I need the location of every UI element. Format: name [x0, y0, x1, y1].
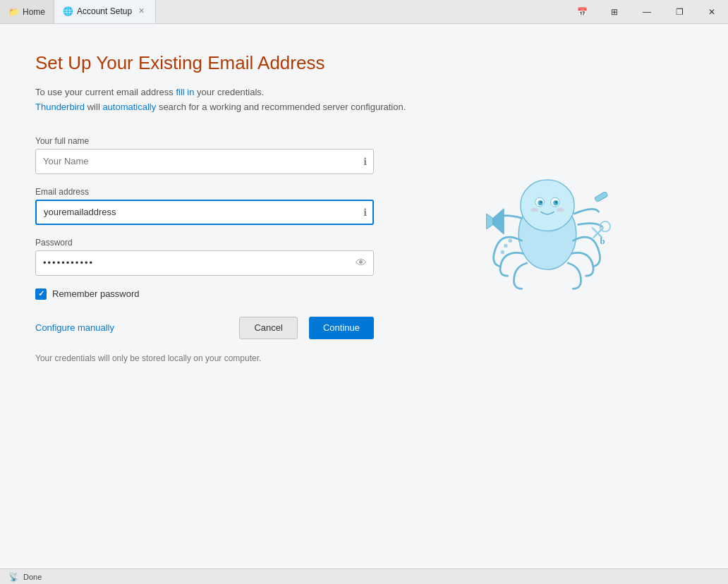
check-mark-icon: ✓ — [38, 289, 44, 298]
remember-password-label: Remember password — [52, 288, 140, 299]
page-title: Set Up Your Existing Email Address — [35, 52, 693, 74]
svg-point-16 — [530, 207, 538, 211]
email-input-wrapper: ℹ — [35, 200, 374, 225]
grid-btn[interactable]: ⊞ — [598, 0, 631, 24]
svg-text:b: b — [600, 236, 605, 245]
window-controls: 📅 ⊞ — ❐ ✕ — [566, 0, 728, 23]
main-content: Set Up Your Existing Email Address To us… — [0, 24, 728, 568]
email-input[interactable] — [35, 200, 374, 225]
tab-account-setup[interactable]: 🌐 Account Setup ✕ — [54, 0, 156, 23]
password-input-wrapper: 👁 — [35, 250, 374, 276]
octopus-illustration: b — [477, 157, 618, 298]
status-icon: 📡 — [8, 572, 19, 582]
desc-link1: fill in — [176, 87, 194, 97]
name-info-icon[interactable]: ℹ — [363, 156, 367, 167]
desc-link2: will — [85, 102, 102, 112]
desc-part2: your credentials. — [194, 87, 264, 97]
buttons-row: Configure manually Cancel Continue — [35, 317, 374, 339]
tab-home[interactable]: 📁 Home — [0, 0, 54, 23]
continue-button[interactable]: Continue — [309, 317, 374, 339]
password-field-group: Password 👁 — [35, 238, 374, 276]
svg-rect-10 — [595, 191, 608, 202]
status-text: Done — [23, 573, 42, 581]
email-info-icon[interactable]: ℹ — [363, 207, 367, 218]
configure-manually-link[interactable]: Configure manually — [35, 322, 228, 333]
tab-account-setup-label: Account Setup — [77, 6, 132, 16]
description: To use your current email address fill i… — [35, 85, 459, 115]
svg-point-13 — [509, 238, 512, 242]
remember-password-checkbox[interactable]: ✓ — [35, 288, 47, 300]
credentials-note: Your credentials will only be stored loc… — [35, 353, 374, 363]
desc-part4: search for a working and recommended ser… — [156, 102, 406, 112]
name-input[interactable] — [35, 149, 374, 174]
svg-marker-9 — [493, 208, 504, 233]
close-button[interactable]: ✕ — [696, 0, 728, 24]
title-bar: 📁 Home 🌐 Account Setup ✕ 📅 ⊞ — ❐ ✕ — [0, 0, 728, 24]
desc-link-thunderbird: Thunderbird — [35, 102, 85, 112]
svg-point-14 — [504, 243, 507, 247]
desc-link3: automatically — [102, 102, 156, 112]
svg-point-17 — [557, 207, 564, 211]
home-tab-icon: 📁 — [8, 7, 18, 17]
svg-point-15 — [501, 250, 504, 253]
name-field-group: Your full name ℹ — [35, 136, 374, 174]
password-label: Password — [35, 238, 374, 248]
name-label: Your full name — [35, 136, 374, 146]
calendar-btn[interactable]: 📅 — [566, 0, 598, 24]
cancel-button[interactable]: Cancel — [239, 317, 297, 339]
password-toggle-icon[interactable]: 👁 — [356, 257, 367, 269]
tab-home-label: Home — [23, 7, 45, 17]
svg-point-6 — [540, 200, 542, 203]
minimize-button[interactable]: — — [631, 0, 663, 24]
svg-marker-8 — [487, 214, 493, 229]
name-input-wrapper: ℹ — [35, 149, 374, 174]
tab-close-button[interactable]: ✕ — [136, 6, 147, 16]
form-area: Your full name ℹ Email address ℹ Passwor… — [35, 136, 693, 554]
desc-part1: To use your current email address — [35, 87, 176, 97]
svg-point-7 — [555, 200, 558, 203]
email-label: Email address — [35, 187, 374, 197]
remember-password-row: ✓ Remember password — [35, 288, 374, 300]
password-input[interactable] — [35, 250, 374, 276]
illustration-area: b — [402, 136, 693, 554]
email-field-group: Email address ℹ — [35, 187, 374, 225]
account-setup-tab-icon: 🌐 — [63, 6, 73, 16]
status-bar: 📡 Done — [0, 568, 728, 584]
restore-button[interactable]: ❐ — [663, 0, 696, 24]
titlebar-spacer — [156, 0, 566, 23]
form-fields: Your full name ℹ Email address ℹ Passwor… — [35, 136, 374, 554]
svg-point-1 — [521, 179, 574, 231]
